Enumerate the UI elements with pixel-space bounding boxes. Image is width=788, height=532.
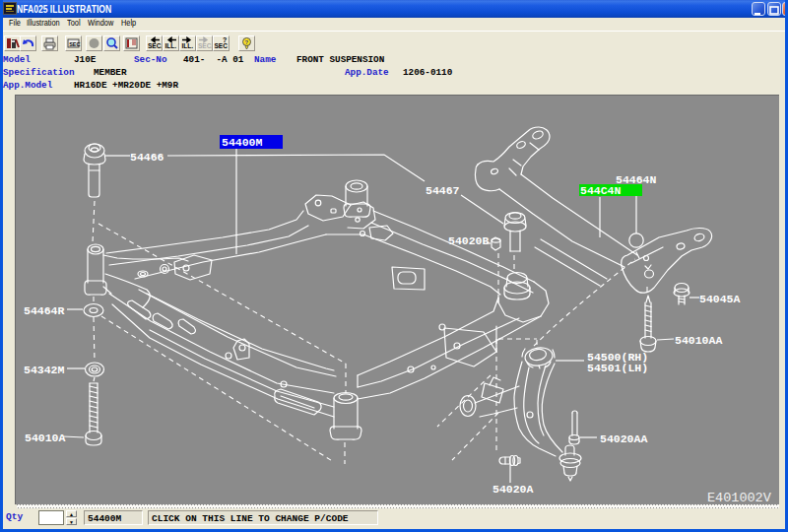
svg-text:SEC.: SEC. <box>198 42 212 49</box>
svg-text:SEC: SEC <box>215 42 229 49</box>
svg-text:54464R: 54464R <box>24 304 65 317</box>
svg-text:SEC.: SEC. <box>148 42 162 49</box>
svg-text:ILL.: ILL. <box>165 42 177 49</box>
svg-text:SEC: SEC <box>69 41 80 47</box>
svg-text:54045A: 54045A <box>699 293 741 305</box>
svg-text:54010AA: 54010AA <box>675 334 722 347</box>
svg-text:54020A: 54020A <box>492 483 534 496</box>
svg-text:54020B: 54020B <box>448 234 490 247</box>
svg-text:54010A: 54010A <box>25 432 66 444</box>
svg-text:54400M: 54400M <box>222 136 263 149</box>
svg-text:E401002V: E401002V <box>707 491 772 505</box>
svg-text:?: ? <box>245 39 249 45</box>
svg-text:544C4N: 544C4N <box>580 184 622 197</box>
svg-text:54467: 54467 <box>426 184 460 197</box>
svg-text:54501(LH): 54501(LH) <box>587 362 648 374</box>
svg-text:ILL.: ILL. <box>182 42 194 49</box>
svg-text:54020AA: 54020AA <box>600 432 647 445</box>
svg-text:?: ? <box>223 36 227 43</box>
svg-text:54466: 54466 <box>130 151 164 164</box>
svg-text:54342M: 54342M <box>24 364 65 376</box>
